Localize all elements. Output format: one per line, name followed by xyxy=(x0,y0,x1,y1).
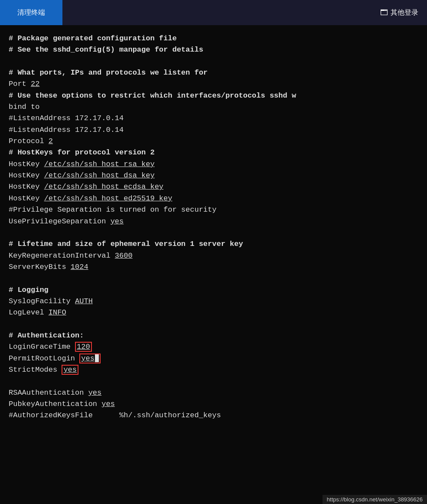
link-permitroot[interactable]: yes xyxy=(79,353,101,363)
line-12: HostKey /etc/ssh/ssh_host_dsa_key xyxy=(9,170,418,181)
line-blank-3 xyxy=(9,273,418,284)
link-serverkeyb[interactable]: 1024 xyxy=(71,263,88,271)
line-7: #ListenAddress 172.17.0.14 xyxy=(9,113,418,124)
terminal: # Package generated configuration file #… xyxy=(0,25,427,504)
line-27: RSAAuthentication yes xyxy=(9,387,418,399)
line-5: # Use these options to restrict which in… xyxy=(9,90,418,101)
line-17: # Lifetime and size of ephemeral version… xyxy=(9,239,418,250)
line-8: #ListenAddress 172.17.0.14 xyxy=(9,124,418,136)
line-blank-4 xyxy=(9,319,418,330)
line-23: # Authentication: xyxy=(9,330,418,341)
line-24: LoginGraceTime 120 xyxy=(9,341,418,353)
line-25: PermitRootLogin yes xyxy=(9,353,418,364)
link-ecdsa-key[interactable]: /etc/ssh/ssh_host_ecdsa_key xyxy=(44,183,163,191)
line-13: HostKey /etc/ssh/ssh_host_ecdsa_key xyxy=(9,181,418,193)
line-blank-2 xyxy=(9,227,418,239)
top-bar: 清理终端 🗔 其他登录 xyxy=(0,0,427,25)
link-ed25519-key[interactable]: /etc/ssh/ssh_host_ed25519_key xyxy=(44,194,173,203)
link-pubkey-auth[interactable]: yes xyxy=(101,400,115,408)
url-bar: https://blog.csdn.net/weixin_38936626 xyxy=(323,495,427,504)
line-29: #AuthorizedKeysFile %h/.ssh/authorized_k… xyxy=(9,410,418,421)
line-14: HostKey /etc/ssh/ssh_host_ed25519_key xyxy=(9,193,418,204)
line-11: HostKey /etc/ssh/ssh_host_rsa_key xyxy=(9,159,418,170)
link-syslog[interactable]: AUTH xyxy=(75,297,93,305)
line-9: Protocol 2 xyxy=(9,136,418,147)
clear-terminal-button[interactable]: 清理终端 xyxy=(0,0,62,25)
link-privilege-sep[interactable]: yes xyxy=(111,217,124,226)
other-login-label: 其他登录 xyxy=(391,8,418,17)
other-login-button[interactable]: 🗔 其他登录 xyxy=(380,8,427,17)
link-keyregen[interactable]: 3600 xyxy=(115,252,133,260)
line-blank-1 xyxy=(9,56,418,67)
line-19: ServerKeyBits 1024 xyxy=(9,262,418,273)
link-rsa-key[interactable]: /etc/ssh/ssh_host_rsa_key xyxy=(44,160,155,168)
link-loglevel[interactable]: INFO xyxy=(49,308,66,317)
link-port[interactable]: 22 xyxy=(31,80,39,88)
line-28: PubkeyAuthentication yes xyxy=(9,399,418,410)
line-6: bind to xyxy=(9,101,418,113)
line-10: # HostKeys for protocol version 2 xyxy=(9,147,418,158)
line-blank-5 xyxy=(9,376,418,387)
line-2: # See the sshd_config(5) manpage for det… xyxy=(9,44,418,56)
line-20: # Logging xyxy=(9,285,418,296)
link-dsa-key[interactable]: /etc/ssh/ssh_host_dsa_key xyxy=(44,171,155,180)
line-22: LogLevel INFO xyxy=(9,307,418,318)
line-1: # Package generated configuration file xyxy=(9,33,418,44)
line-3: # What ports, IPs and protocols we liste… xyxy=(9,67,418,79)
link-rsa-auth[interactable]: yes xyxy=(88,389,102,397)
login-icon: 🗔 xyxy=(380,8,388,17)
line-21: SyslogFacility AUTH xyxy=(9,296,418,307)
line-26: StrictModes yes xyxy=(9,364,418,376)
line-16: UsePrivilegeSeparation yes xyxy=(9,216,418,227)
link-grace-time[interactable]: 120 xyxy=(75,342,92,352)
link-protocol[interactable]: 2 xyxy=(49,137,53,145)
link-strictmodes[interactable]: yes xyxy=(62,365,78,375)
line-4: Port 22 xyxy=(9,79,418,90)
line-18: KeyRegenerationInterval 3600 xyxy=(9,250,418,262)
line-15: #Privilege Separation is turned on for s… xyxy=(9,204,418,216)
